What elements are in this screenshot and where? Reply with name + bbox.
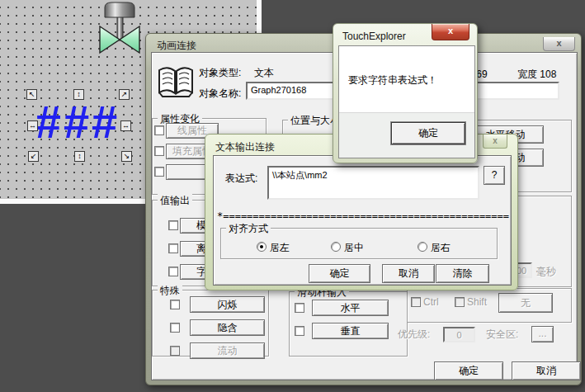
property-checkbox-3[interactable] bbox=[154, 167, 164, 177]
msgbox-ok-button[interactable]: 确定 bbox=[391, 122, 465, 144]
object-type-value: 文本 bbox=[254, 66, 274, 80]
slider-checkbox-vertical[interactable] bbox=[295, 326, 304, 336]
special-checkbox-flow bbox=[170, 346, 180, 356]
resize-handle-n-icon[interactable]: ↕ bbox=[73, 89, 84, 100]
touchexplorer-message-box: TouchExplorer x 要求字符串表达式！ 确定 bbox=[333, 23, 478, 163]
group-value-title: 值输出 bbox=[158, 194, 192, 208]
value-checkbox-string[interactable] bbox=[168, 267, 178, 276]
align-left-label: 居左 bbox=[270, 241, 290, 255]
message-text: 要求字符串表达式！ bbox=[348, 73, 437, 87]
slider-button-horizontal[interactable]: 水平 bbox=[312, 300, 389, 316]
slider-button-vertical[interactable]: 垂直 bbox=[312, 323, 389, 339]
align-right-label: 居右 bbox=[431, 241, 451, 255]
align-center-radio[interactable] bbox=[331, 242, 341, 252]
priority-label: 优先级: bbox=[398, 328, 430, 342]
resize-handle-e-icon[interactable]: ↔ bbox=[120, 120, 131, 131]
canvas-text-object[interactable]: ### bbox=[31, 97, 124, 149]
align-right-radio[interactable] bbox=[418, 242, 427, 252]
special-button-flow: 流动 bbox=[190, 342, 265, 359]
object-type-label: 对象类型: bbox=[199, 66, 241, 80]
security-zone-button: ... bbox=[531, 326, 554, 342]
special-button-blink[interactable]: 闪烁 bbox=[190, 296, 265, 313]
text-ok-button[interactable]: 确定 bbox=[309, 264, 370, 283]
property-checkbox-1[interactable] bbox=[154, 125, 164, 135]
resize-handle-se-icon[interactable]: ↘ bbox=[121, 151, 132, 162]
special-checkbox-blink[interactable] bbox=[170, 300, 180, 309]
security-zone-label: 安全区: bbox=[486, 328, 518, 342]
group-alignment-title: 对齐方式 bbox=[226, 222, 271, 236]
main-cancel-button[interactable]: 取消 bbox=[512, 361, 581, 380]
separator-line: *=======================================… bbox=[217, 210, 509, 222]
keys-none-button: 无 bbox=[498, 293, 553, 313]
dialog-title: 动画连接 bbox=[157, 39, 196, 53]
dialog-title: TouchExplorer bbox=[342, 31, 406, 42]
main-ok-button[interactable]: 确定 bbox=[434, 361, 503, 380]
resize-handle-nw-icon[interactable]: ↖ bbox=[26, 89, 37, 100]
resize-handle-sw-icon[interactable]: ↙ bbox=[28, 151, 39, 162]
text-cancel-button[interactable]: 取消 bbox=[382, 264, 435, 283]
object-name-label: 对象名称: bbox=[199, 87, 241, 101]
close-icon[interactable]: x bbox=[543, 37, 575, 51]
ctrl-checkbox bbox=[411, 297, 421, 307]
value-checkbox-analog[interactable] bbox=[168, 220, 178, 230]
close-icon[interactable]: x bbox=[432, 24, 469, 40]
dialog-title: 文本输出连接 bbox=[215, 140, 275, 154]
width-label: 宽度 108 bbox=[517, 68, 556, 82]
header-value-input[interactable] bbox=[473, 82, 559, 100]
shift-label: Shift bbox=[467, 296, 487, 308]
expression-label: 表达式: bbox=[225, 172, 257, 186]
close-icon[interactable]: x bbox=[483, 135, 507, 149]
book-icon bbox=[158, 64, 194, 100]
expression-input[interactable]: \\本站点\mm2 bbox=[267, 166, 479, 200]
ctrl-label: Ctrl bbox=[423, 296, 439, 308]
property-checkbox-2[interactable] bbox=[154, 146, 164, 156]
resize-handle-ne-icon[interactable]: ↗ bbox=[119, 89, 130, 100]
align-left-radio[interactable] bbox=[257, 242, 267, 252]
resize-handle-s-icon[interactable]: ↕ bbox=[74, 151, 85, 162]
special-button-hide[interactable]: 隐含 bbox=[190, 319, 265, 336]
priority-input: 0 bbox=[443, 327, 475, 342]
align-center-label: 居中 bbox=[344, 241, 364, 255]
shift-checkbox bbox=[455, 297, 465, 307]
timing-unit-label: 毫秒 bbox=[536, 265, 556, 279]
value-checkbox-discrete[interactable] bbox=[168, 243, 178, 253]
valve-icon[interactable] bbox=[97, 1, 142, 55]
text-clear-button[interactable]: 清除 bbox=[436, 264, 489, 283]
slider-checkbox-horizontal[interactable] bbox=[295, 303, 304, 313]
help-button[interactable]: ? bbox=[484, 166, 505, 185]
group-special-title: 特殊 bbox=[158, 284, 182, 298]
special-checkbox-hide[interactable] bbox=[170, 323, 180, 333]
resize-handle-w-icon[interactable]: ↔ bbox=[27, 120, 38, 131]
